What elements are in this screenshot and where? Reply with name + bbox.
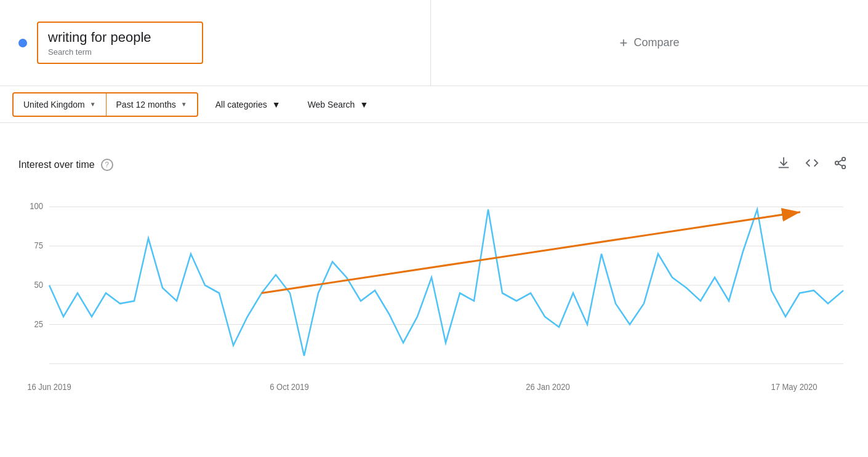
region-chevron-icon: ▼ [90,101,96,108]
plus-icon: + [620,35,628,51]
category-chevron-icon: ▼ [272,100,281,109]
search-term-label: Search term [48,47,192,57]
svg-text:25: 25 [34,319,43,328]
svg-text:16 Jun 2019: 16 Jun 2019 [27,382,71,391]
share-button[interactable] [831,154,850,175]
time-chevron-icon: ▼ [181,101,187,108]
chart-actions [774,154,850,175]
search-term-indicator [18,39,27,47]
chart-title: Interest over time [18,159,95,170]
help-icon[interactable]: ? [101,159,113,171]
time-filter[interactable]: Past 12 months ▼ [106,95,197,114]
region-label: United Kingdom [23,100,85,109]
category-label: All categories [215,100,267,109]
svg-text:26 Jan 2020: 26 Jan 2020 [526,382,570,391]
chart-section: Interest over time ? [0,135,868,415]
region-time-filter-group: United Kingdom ▼ Past 12 months ▼ [12,92,198,117]
chart-container: 100 75 50 25 16 Jun 2019 6 Oct 2019 26 J… [18,194,850,403]
svg-line-3 [838,164,842,166]
svg-text:50: 50 [34,280,43,290]
type-label: Web Search [308,100,355,109]
download-button[interactable] [774,154,793,175]
search-term-box: writing for people Search term [0,0,431,85]
trend-arrow [262,212,800,293]
type-filter[interactable]: Web Search ▼ [298,95,379,114]
svg-point-2 [842,165,846,169]
svg-text:100: 100 [30,202,43,211]
category-filter[interactable]: All categories ▼ [206,95,291,114]
type-chevron-icon: ▼ [360,100,368,109]
compare-section: + Compare [431,0,868,85]
svg-point-1 [835,161,839,165]
svg-text:17 May 2020: 17 May 2020 [771,382,817,391]
chart-header: Interest over time ? [18,154,850,175]
time-label: Past 12 months [116,100,176,109]
svg-line-4 [838,160,842,162]
svg-point-0 [842,157,846,161]
region-filter[interactable]: United Kingdom ▼ [14,95,106,114]
svg-text:75: 75 [34,241,43,250]
trend-line [49,210,843,356]
top-bar: writing for people Search term + Compare [0,0,868,86]
search-term-text: writing for people [48,29,192,47]
embed-button[interactable] [803,154,821,175]
interest-chart: 100 75 50 25 16 Jun 2019 6 Oct 2019 26 J… [18,194,850,403]
chart-title-group: Interest over time ? [18,159,113,171]
search-term-content[interactable]: writing for people Search term [37,22,203,65]
compare-button[interactable]: + Compare [608,28,692,58]
svg-text:6 Oct 2019: 6 Oct 2019 [270,382,309,391]
compare-label: Compare [633,36,679,49]
filters-bar: United Kingdom ▼ Past 12 months ▼ All ca… [0,86,868,123]
